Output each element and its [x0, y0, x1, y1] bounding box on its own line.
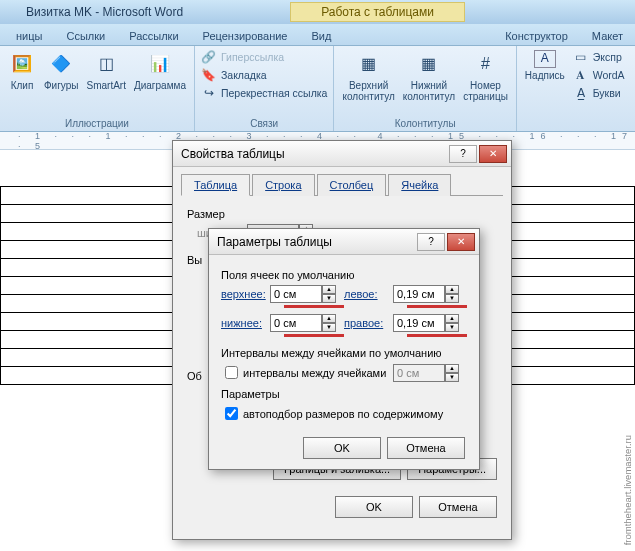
top-margin-spinner[interactable]: ▲▼ [270, 285, 336, 303]
table-properties-titlebar[interactable]: Свойства таблицы ? ✕ [173, 141, 511, 167]
tab-review[interactable]: Рецензирование [191, 27, 300, 45]
left-margin-input[interactable] [393, 285, 445, 303]
right-margin-input[interactable] [393, 314, 445, 332]
cell-spacing-check[interactable]: интервалы между ячейками [221, 363, 386, 382]
left-margin-label[interactable]: левое: [344, 288, 391, 300]
group-text: A Надпись ▭Экспр 𝐀WordA A̲Букви [517, 46, 631, 131]
right-margin-label[interactable]: правое: [344, 317, 391, 329]
footer-button[interactable]: ▦ Нижний колонтитул [399, 48, 459, 104]
right-margin-spinner[interactable]: ▲▼ [393, 314, 459, 332]
tab-layout[interactable]: Макет [580, 27, 635, 45]
cell-spacing-checkbox[interactable] [225, 366, 238, 379]
textbox-label: Надпись [525, 70, 565, 81]
clipart-label: Клип [11, 80, 34, 91]
textbox-icon: A [534, 50, 556, 68]
cell-spacing-label: интервалы между ячейками [243, 367, 386, 379]
spin-down[interactable]: ▼ [322, 294, 336, 303]
crossref-label: Перекрестная ссылка [221, 87, 327, 99]
header-label: Верхний колонтитул [342, 80, 394, 102]
left-margin-spinner[interactable]: ▲▼ [393, 285, 459, 303]
crossref-icon: ↪ [201, 85, 217, 101]
top-margin-input[interactable] [270, 285, 322, 303]
wordart-icon: 𝐀 [573, 67, 589, 83]
bookmark-button[interactable]: 🔖Закладка [199, 66, 329, 84]
pagenumber-icon: # [471, 50, 499, 78]
spacer [343, 39, 493, 45]
cell-spacing-input [393, 364, 445, 382]
spin-down[interactable]: ▼ [445, 323, 459, 332]
tab-mailings[interactable]: Рассылки [117, 27, 190, 45]
group-links-label: Связи [199, 117, 329, 131]
hyperlink-label: Гиперссылка [221, 51, 284, 63]
group-header-footer-label: Колонтитулы [338, 117, 511, 131]
dropcap-icon: A̲ [573, 85, 589, 101]
red-underline-right [407, 334, 467, 337]
tab-column[interactable]: Столбец [317, 174, 387, 196]
autofit-check[interactable]: автоподбор размеров по содержимому [221, 404, 443, 423]
smartart-icon: ◫ [92, 50, 120, 78]
header-button[interactable]: ▦ Верхний колонтитул [338, 48, 398, 104]
smartart-button[interactable]: ◫ SmartArt [82, 48, 129, 93]
smartart-label: SmartArt [86, 80, 125, 91]
cancel-button[interactable]: Отмена [387, 437, 465, 459]
context-tabs: Конструктор Макет [493, 27, 635, 45]
table-options-title: Параметры таблицы [217, 235, 332, 249]
cancel-button[interactable]: Отмена [419, 496, 497, 518]
close-button[interactable]: ✕ [479, 145, 507, 163]
group-links: 🔗Гиперссылка 🔖Закладка ↪Перекрестная ссы… [195, 46, 334, 131]
table-properties-title: Свойства таблицы [181, 147, 285, 161]
wordart-button[interactable]: 𝐀WordA [571, 66, 627, 84]
spin-up[interactable]: ▲ [322, 314, 336, 323]
tab-design[interactable]: Конструктор [493, 27, 580, 45]
dropcap-label: Букви [593, 87, 621, 99]
close-button[interactable]: ✕ [447, 233, 475, 251]
tab-view[interactable]: Вид [300, 27, 344, 45]
hyperlink-icon: 🔗 [201, 49, 217, 65]
quickparts-label: Экспр [593, 51, 622, 63]
pagenumber-button[interactable]: # Номер страницы [459, 48, 512, 104]
table-options-titlebar[interactable]: Параметры таблицы ? ✕ [209, 229, 479, 255]
ok-button[interactable]: OK [303, 437, 381, 459]
textbox-button[interactable]: A Надпись [521, 48, 569, 83]
autofit-checkbox[interactable] [225, 407, 238, 420]
top-margin-label[interactable]: верхнее: [221, 288, 268, 300]
quickparts-icon: ▭ [573, 49, 589, 65]
ribbon-tabs: ницы Ссылки Рассылки Рецензирование Вид … [0, 24, 635, 46]
ok-button[interactable]: OK [335, 496, 413, 518]
footer-label: Нижний колонтитул [403, 80, 455, 102]
header-icon: ▦ [355, 50, 383, 78]
autofit-label: автоподбор размеров по содержимому [243, 408, 443, 420]
dropcap-button[interactable]: A̲Букви [571, 84, 627, 102]
tab-table[interactable]: Таблица [181, 174, 250, 196]
shapes-button[interactable]: 🔷 Фигуры [40, 48, 82, 93]
tab-pages-partial[interactable]: ницы [4, 27, 54, 45]
hyperlink-button[interactable]: 🔗Гиперссылка [199, 48, 329, 66]
quickparts-button[interactable]: ▭Экспр [571, 48, 627, 66]
bottom-margin-spinner[interactable]: ▲▼ [270, 314, 336, 332]
tab-references[interactable]: Ссылки [54, 27, 117, 45]
tab-row[interactable]: Строка [252, 174, 314, 196]
help-button[interactable]: ? [449, 145, 477, 163]
chart-label: Диаграмма [134, 80, 186, 91]
tab-cell[interactable]: Ячейка [388, 174, 451, 196]
crossref-button[interactable]: ↪Перекрестная ссылка [199, 84, 329, 102]
spin-up[interactable]: ▲ [322, 285, 336, 294]
chart-button[interactable]: 📊 Диаграмма [130, 48, 190, 93]
cell-spacing-header: Интервалы между ячейками по умолчанию [221, 347, 467, 359]
help-button[interactable]: ? [417, 233, 445, 251]
group-illustrations-label: Иллюстрации [4, 117, 190, 131]
ribbon: 🖼️ Клип 🔷 Фигуры ◫ SmartArt 📊 Диаграмма … [0, 46, 635, 132]
group-illustrations: 🖼️ Клип 🔷 Фигуры ◫ SmartArt 📊 Диаграмма … [0, 46, 195, 131]
shapes-label: Фигуры [44, 80, 78, 91]
bottom-margin-input[interactable] [270, 314, 322, 332]
spin-up[interactable]: ▲ [445, 314, 459, 323]
size-header: Размер [187, 208, 497, 220]
bottom-margin-label[interactable]: нижнее: [221, 317, 268, 329]
spin-up[interactable]: ▲ [445, 285, 459, 294]
watermark: fromtheheart.livemaster.ru [622, 435, 633, 545]
spin-down[interactable]: ▼ [322, 323, 336, 332]
title-bar: Визитка MK - Microsoft Word Работа с таб… [0, 0, 635, 24]
table-options-dialog: Параметры таблицы ? ✕ Поля ячеек по умол… [208, 228, 480, 470]
clipart-button[interactable]: 🖼️ Клип [4, 48, 40, 93]
spin-down[interactable]: ▼ [445, 294, 459, 303]
